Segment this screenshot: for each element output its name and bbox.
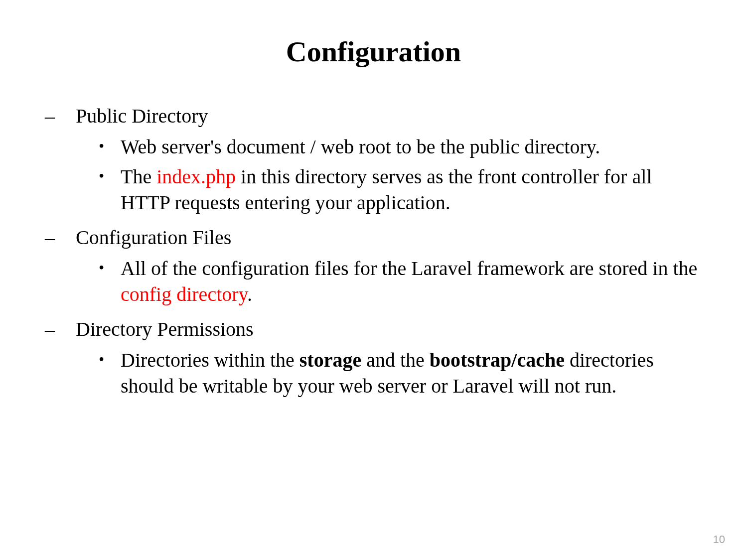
section-configuration-files: Configuration Files All of the configura… [45,225,702,307]
bold-bootstrap-cache: bootstrap/cache [430,349,565,371]
text-fragment: . [247,283,252,305]
page-number: 10 [713,533,725,546]
list-item: The index.php in this directory serves a… [96,164,702,216]
sub-list: Directories within the storage and the b… [96,347,702,399]
sub-list: Web server's document / web root to be t… [96,134,702,216]
section-directory-permissions: Directory Permissions Directories within… [45,316,702,399]
text-fragment: and the [361,349,430,371]
text-fragment: All of the configuration files for the L… [121,257,697,280]
section-public-directory: Public Directory Web server's document /… [45,103,702,216]
slide-content: Public Directory Web server's document /… [45,103,702,399]
section-heading: Configuration Files [76,226,231,249]
text-fragment: The [121,165,156,188]
top-list: Public Directory Web server's document /… [45,103,702,399]
text-fragment: Directories within the [121,349,299,371]
section-heading: Directory Permissions [76,318,254,340]
slide: Configuration Public Directory Web serve… [0,0,747,560]
list-item: Web server's document / web root to be t… [96,134,702,160]
highlight-indexphp: index.php [156,165,236,188]
highlight-config-directory: config directory [121,283,247,305]
slide-title: Configuration [45,35,702,68]
list-item: Directories within the storage and the b… [96,347,702,399]
list-item: All of the configuration files for the L… [96,256,702,307]
section-heading: Public Directory [76,105,208,127]
bold-storage: storage [299,349,361,371]
sub-list: All of the configuration files for the L… [96,256,702,307]
